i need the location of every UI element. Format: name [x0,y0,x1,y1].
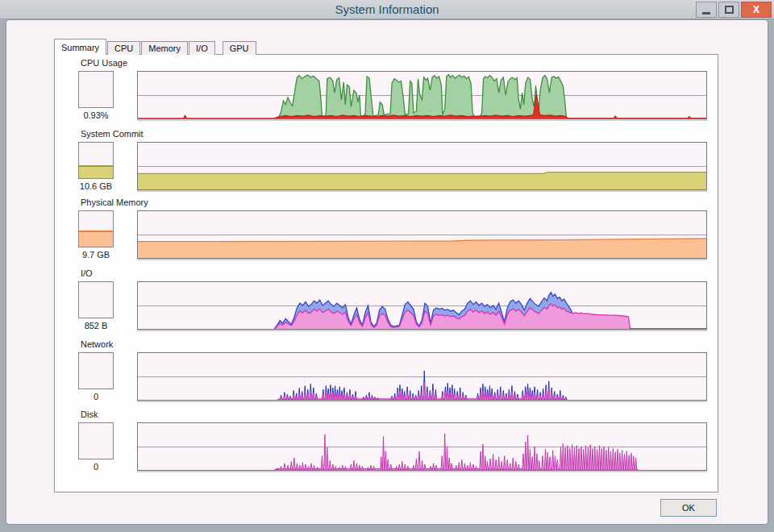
disk-row: Disk 0 [55,409,718,476]
window-title: System Information [0,2,774,16]
physical-memory-row: Physical Memory 9.7 GB [55,197,718,264]
cpu-usage-value: 0.93% [60,110,131,120]
io-label: I/O [81,268,93,278]
dialog-body: Summary CPU Memory I/O GPU CPU Usage 0.9… [6,19,768,525]
network-value: 0 [60,392,131,401]
cpu-usage-graph[interactable] [137,71,707,119]
ok-button[interactable]: OK [660,499,717,517]
disk-value: 0 [60,462,131,472]
system-information-window: System Information X Summary CPU Memory … [0,0,774,532]
system-commit-graph[interactable] [137,142,707,190]
network-row: Network 0 [55,339,718,405]
system-commit-row: System Commit 10.6 GB [55,129,718,195]
io-value: 852 B [60,321,131,330]
titlebar[interactable]: System Information X [0,0,774,19]
system-commit-gauge [78,142,114,179]
summary-tab-page: CPU Usage 0.93% System Commit 10.6 GB Ph… [54,54,718,493]
cpu-usage-label: CPU Usage [81,58,127,68]
tab-cpu[interactable]: CPU [107,41,140,55]
tab-memory[interactable]: Memory [141,41,188,55]
maximize-icon [725,6,734,14]
disk-graph[interactable] [137,422,707,471]
network-label: Network [81,339,113,349]
tab-gpu[interactable]: GPU [223,41,256,55]
system-commit-value: 10.6 GB [60,181,131,191]
disk-gauge [78,422,114,459]
physical-memory-value: 9.7 GB [60,250,131,260]
close-icon: X [753,4,759,15]
close-button[interactable]: X [741,2,772,18]
cpu-usage-row: CPU Usage 0.93% [55,58,718,124]
tab-strip: Summary CPU Memory I/O GPU [54,39,257,55]
io-row: I/O 852 B [55,268,718,335]
minimize-button[interactable] [696,2,717,18]
network-graph[interactable] [137,352,707,401]
physical-memory-graph[interactable] [137,210,707,259]
io-graph[interactable] [137,281,707,330]
cpu-usage-gauge [78,71,114,108]
maximize-button[interactable] [718,2,739,18]
physical-memory-label: Physical Memory [81,197,148,207]
physical-memory-gauge [78,210,114,247]
disk-label: Disk [81,409,98,419]
tab-summary[interactable]: Summary [54,39,106,55]
system-commit-label: System Commit [81,129,144,139]
io-gauge [78,281,114,318]
minimize-icon [702,12,710,15]
window-controls: X [696,2,772,18]
network-gauge [78,352,114,389]
tab-io[interactable]: I/O [189,41,215,55]
